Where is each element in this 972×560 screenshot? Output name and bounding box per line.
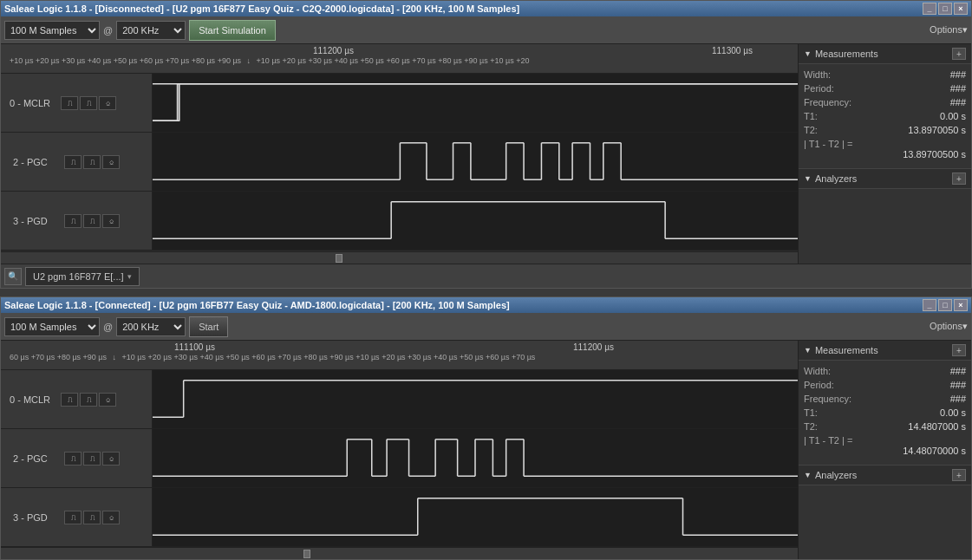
analyzers-title-top: Analyzers <box>815 173 857 184</box>
diff-val-bottom: 14.48070000 s <box>804 446 966 456</box>
ctrl-btn-2-pgc[interactable]: ⎍ <box>83 155 101 169</box>
options-button-bottom[interactable]: Options▾ <box>930 321 968 332</box>
t1-label-bottom: T1: <box>804 407 818 418</box>
channel-row-mclr-top: 0 - MCLR ⎍ ⎍ ⎐ <box>1 74 798 133</box>
ctrl-btn-1-pgd[interactable]: ⎍ <box>64 214 82 228</box>
analyzers-add-btn-top[interactable]: + <box>952 173 966 185</box>
channel-label-pgc-bottom: 2 - PGC ⎍ ⎍ ⎐ <box>1 429 153 487</box>
channel-controls-mclr-bottom: ⎍ ⎍ ⎐ <box>61 393 116 407</box>
freq-val-bottom: ### <box>950 394 966 404</box>
title-bar-top: Saleae Logic 1.1.8 - [Disconnected] - [U… <box>1 1 971 16</box>
minimize-btn-top[interactable]: _ <box>923 3 936 15</box>
ctrl-btn-1-pgc[interactable]: ⎍ <box>64 155 82 169</box>
tab-label-top[interactable]: U2 pgm 16F877 E[...] ▾ <box>25 267 140 286</box>
waveform-pgd-top <box>153 192 798 250</box>
samples-select-top[interactable]: 100 M Samples <box>4 21 100 40</box>
ctrl-btn-2-pgc-b[interactable]: ⎍ <box>83 452 101 466</box>
title-bar-buttons-top: _ □ × <box>923 3 968 15</box>
channel-row-mclr-bottom: 0 - MCLR ⎍ ⎍ ⎐ <box>1 370 798 429</box>
signal-canvas-pgc-top <box>153 133 798 191</box>
ctrl-btn-3-pgd-b[interactable]: ⎐ <box>102 511 120 524</box>
measurements-label-top: ▼ Measurements <box>804 49 878 59</box>
ctrl-btn-1-mclr-b[interactable]: ⎍ <box>61 393 78 407</box>
scrollbar-thumb-top[interactable] <box>336 254 342 263</box>
ctrl-btn-3-pgc-b[interactable]: ⎐ <box>102 452 120 466</box>
ctrl-btn-2-mclr[interactable]: ⎍ <box>80 96 97 110</box>
ticks-left-top: +10 µs +20 µs +30 µs +40 µs +50 µs +60 µ… <box>10 56 241 65</box>
width-label-top: Width: <box>804 69 831 80</box>
window-content-bottom: 100 M Samples @ 200 KHz Start Options▾ 1… <box>1 313 971 559</box>
right-panel-top: ▼ Measurements + Width: ### Period: ### <box>798 44 971 264</box>
freq-select-top[interactable]: 200 KHz <box>116 21 186 40</box>
channel-name-mclr-top: 0 - MCLR <box>10 98 57 108</box>
t1-label-top: T1: <box>804 111 818 121</box>
ctrl-btn-2-mclr-b[interactable]: ⎍ <box>80 393 97 407</box>
ctrl-btn-3-mclr-b[interactable]: ⎐ <box>99 393 116 407</box>
signal-canvas-mclr-top <box>153 74 798 132</box>
signals-timeline-bottom: 111100 µs 111200 µs 60 µs +70 µs +80 µs … <box>1 341 798 559</box>
toolbar-top: 100 M Samples @ 200 KHz Start Simulation… <box>1 16 971 44</box>
at-label-bottom: @ <box>103 322 113 332</box>
ctrl-btn-2-pgd-b[interactable]: ⎍ <box>83 511 101 524</box>
meas-row-width-bottom: Width: ### <box>804 364 966 378</box>
diff-label-bottom: | T1 - T2 | = <box>804 435 966 446</box>
start-button-bottom[interactable]: Start <box>189 316 228 337</box>
ctrl-btn-1-pgc-b[interactable]: ⎍ <box>64 452 82 466</box>
measurements-add-btn-bottom[interactable]: + <box>952 344 966 356</box>
period-label-bottom: Period: <box>804 380 834 390</box>
width-val-top: ### <box>950 69 966 80</box>
scrollbar-bottom[interactable] <box>1 547 798 559</box>
ctrl-btn-2-pgd[interactable]: ⎍ <box>83 214 101 228</box>
samples-select-bottom[interactable]: 100 M Samples <box>4 317 100 336</box>
analyzers-label-bottom: ▼ Analyzers <box>804 470 857 480</box>
options-button-top[interactable]: Options▾ <box>930 24 968 36</box>
minimize-btn-bottom[interactable]: _ <box>923 299 936 311</box>
freq-label-bottom: Frequency: <box>804 394 851 404</box>
waveform-mclr-bottom <box>153 370 798 428</box>
signal-canvas-pgc-bottom <box>153 429 798 487</box>
channel-name-mclr-bottom: 0 - MCLR <box>10 394 57 405</box>
main-area-bottom: 111100 µs 111200 µs 60 µs +70 µs +80 µs … <box>1 341 971 559</box>
main-area-top: 111200 µs 111300 µs +10 µs +20 µs +30 µs… <box>1 44 971 264</box>
close-btn-bottom[interactable]: × <box>954 299 968 311</box>
maximize-btn-bottom[interactable]: □ <box>938 299 952 311</box>
ctrl-btn-1-mclr[interactable]: ⎍ <box>61 96 78 110</box>
ctrl-btn-3-mclr[interactable]: ⎐ <box>99 96 116 110</box>
search-button-top[interactable]: 🔍 <box>4 268 22 285</box>
channel-controls-pgd-bottom: ⎍ ⎍ ⎐ <box>64 511 120 524</box>
ticks-right-top: +10 µs +20 µs +30 µs +40 µs +50 µs +60 µ… <box>257 56 530 65</box>
start-simulation-button[interactable]: Start Simulation <box>189 20 276 41</box>
timeline-header-top: 111200 µs 111300 µs +10 µs +20 µs +30 µs… <box>1 44 798 74</box>
measurements-title-bottom: Measurements <box>815 345 878 355</box>
t1-val-bottom: 0.00 s <box>940 407 966 418</box>
channel-controls-mclr-top: ⎍ ⎍ ⎐ <box>61 96 116 110</box>
ctrl-btn-1-pgd-b[interactable]: ⎍ <box>64 511 82 524</box>
channel-label-mclr-bottom: 0 - MCLR ⎍ ⎍ ⎐ <box>1 370 153 428</box>
t2-val-bottom: 14.4807000 s <box>908 421 966 432</box>
channel-row-pgd-bottom: 3 - PGD ⎍ ⎍ ⎐ <box>1 488 798 547</box>
ctrl-btn-3-pgd[interactable]: ⎐ <box>102 214 120 228</box>
channels-container-top: 0 - MCLR ⎍ ⎍ ⎐ <box>1 74 798 251</box>
meas-row-t1-bottom: T1: 0.00 s <box>804 406 966 420</box>
meas-row-t2-top: T2: 13.8970050 s <box>804 123 966 137</box>
channel-controls-pgc-bottom: ⎍ ⎍ ⎐ <box>64 452 120 466</box>
measurements-add-btn-top[interactable]: + <box>952 48 966 60</box>
close-btn-top[interactable]: × <box>954 3 968 15</box>
ctrl-btn-3-pgc[interactable]: ⎐ <box>102 155 120 169</box>
waveform-pgc-bottom <box>153 429 798 487</box>
title-text-bottom: Saleae Logic 1.1.8 - [Connected] - [U2 p… <box>4 300 923 310</box>
maximize-btn-top[interactable]: □ <box>938 3 952 15</box>
analyzers-label-top: ▼ Analyzers <box>804 173 857 184</box>
channel-name-pgd-top: 3 - PGD <box>13 216 61 226</box>
t1-val-top: 0.00 s <box>940 111 966 121</box>
scrollbar-thumb-bottom[interactable] <box>303 550 310 558</box>
scrollbar-top[interactable] <box>1 251 798 264</box>
meas-row-t1-top: T1: 0.00 s <box>804 109 966 123</box>
width-val-bottom: ### <box>950 366 966 376</box>
freq-select-bottom[interactable]: 200 KHz <box>116 317 186 336</box>
period-label-top: Period: <box>804 83 834 94</box>
measurements-table-bottom: Width: ### Period: ### Frequency: ### T1… <box>799 361 971 461</box>
period-val-bottom: ### <box>950 380 966 390</box>
triangle-down-icon-top: ▼ <box>804 49 812 58</box>
analyzers-add-btn-bottom[interactable]: + <box>952 469 966 481</box>
